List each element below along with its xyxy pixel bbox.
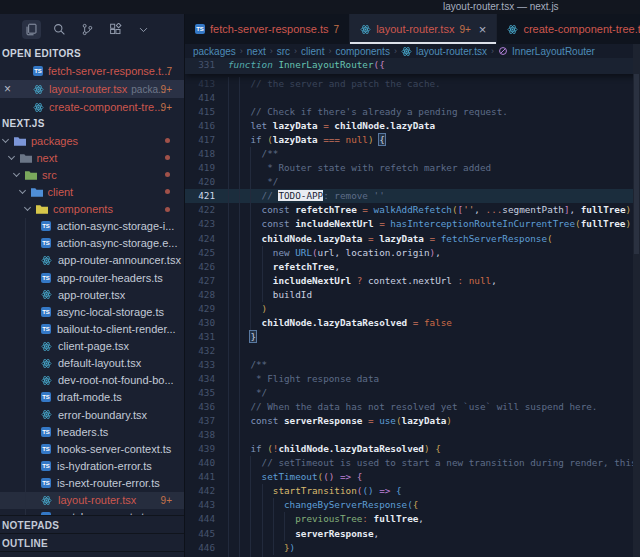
typescript-icon: TS (41, 238, 51, 248)
open-editor-label: fetch-server-response.t... (48, 65, 170, 77)
close-icon[interactable]: × (479, 22, 487, 37)
sidebar-section-notepads[interactable]: NOTEPADS (0, 515, 184, 533)
code-line-429: 429) (185, 302, 640, 316)
problems-badge: 9+ (459, 24, 470, 35)
tree-file[interactable]: TSdraft-mode.ts (0, 389, 184, 406)
tree-file[interactable]: TSheaders.ts (0, 423, 184, 440)
line-number: 445 (185, 527, 215, 541)
typescript-icon: TS (33, 66, 43, 76)
tree-indent-guide (25, 218, 26, 527)
tree-folder-client[interactable]: client (0, 183, 184, 200)
scrollbar-thumb[interactable] (634, 74, 639, 254)
breadcrumb-item[interactable]: packages (193, 46, 236, 57)
code-area[interactable]: 331function InnerLayoutRouter({ 413// th… (185, 58, 640, 557)
typescript-icon: TS (41, 444, 51, 454)
tree-file[interactable]: TShooks-server-context.ts (0, 440, 184, 457)
code-line-432: 432 (185, 344, 640, 358)
code-lines: 413// the server and patch the cache.414… (185, 74, 640, 557)
code-line-430: 430childNode.lazyDataResolved = false (185, 316, 640, 330)
code-line-423: 423const includeNextUrl = hasInterceptio… (185, 217, 640, 231)
typescript-icon: TS (41, 273, 51, 283)
open-editors-header[interactable]: OPEN EDITORS (0, 44, 184, 62)
main-layout: OPEN EDITORS TSfetch-server-response.t..… (0, 14, 640, 557)
title-bar: layout-router.tsx — next.js (0, 0, 640, 14)
tree-file[interactable]: TSasync-local-storage.ts (0, 303, 184, 320)
tree-folder-next[interactable]: next (0, 149, 184, 166)
file-label: app-router-announcer.tsx (58, 254, 181, 266)
breadcrumb-item[interactable]: components (335, 46, 389, 57)
code-line-446: 446}) (185, 541, 640, 555)
open-editor-item[interactable]: TSfetch-server-response.t...7 (0, 62, 184, 80)
line-number: 417 (185, 133, 215, 147)
tab-create-component-tree.ts[interactable]: create-component-tree.ts (497, 14, 640, 44)
tree-file[interactable]: dev-root-not-found-bo... (0, 372, 184, 389)
sidebar-bottom-sections: NOTEPADSOUTLINETIMELINE (0, 515, 184, 557)
open-editors-icon[interactable] (22, 20, 41, 39)
tree-file[interactable]: app-router.tsx (0, 286, 184, 303)
folder-icon (14, 136, 26, 146)
breadcrumb-item[interactable]: next (247, 46, 266, 57)
tree-file[interactable]: TSaction-async-storage-i... (0, 218, 184, 235)
breadcrumb-item[interactable]: client (301, 46, 324, 57)
breadcrumb-item[interactable]: src (277, 46, 290, 57)
line-number: 433 (185, 358, 215, 372)
line-number: 441 (185, 470, 215, 484)
code-line-421: 421// TODO-APP: remove '' (185, 189, 640, 203)
sidebar-section-outline[interactable]: OUTLINE (0, 533, 184, 551)
typescript-icon: TS (41, 324, 51, 334)
breadcrumb-file[interactable]: layout-router.tsx (416, 46, 487, 57)
explorer-section-header[interactable]: NEXT.JS (0, 116, 184, 132)
sidebar-section-timeline[interactable]: TIMELINE (0, 551, 184, 557)
tree-file[interactable]: client-page.tsx (0, 338, 184, 355)
react-icon (33, 102, 44, 113)
code-line-413: 413// the server and patch the cache. (185, 77, 640, 91)
tree-folder-components[interactable]: components (0, 201, 184, 218)
tree-file[interactable]: app-router-announcer.tsx (0, 252, 184, 269)
tree-file[interactable]: error-boundary.tsx (0, 406, 184, 423)
breadcrumb-separator: › (270, 46, 273, 56)
breadcrumb-symbol[interactable]: InnerLayoutRouter (512, 46, 595, 57)
open-editor-item[interactable]: ×layout-router.tsxpacka...9+ (0, 80, 184, 98)
source-control-icon[interactable] (78, 20, 97, 39)
modified-dot-badge (165, 155, 170, 160)
tab-layout-router.tsx[interactable]: layout-router.tsx9+× (350, 14, 497, 44)
line-number: 440 (185, 456, 215, 470)
problems-badge: 9+ (161, 495, 172, 506)
tree-file[interactable]: TSis-hydration-error.ts (0, 457, 184, 474)
tree-file[interactable]: default-layout.tsx (0, 355, 184, 372)
code-line-434: 434 * Flight response data (185, 372, 640, 386)
code-line-438: 438 (185, 428, 640, 442)
indent-guide (239, 344, 240, 358)
tree-file[interactable]: TSaction-async-storage.e... (0, 235, 184, 252)
line-number: 415 (185, 105, 215, 119)
tree-folder-packages[interactable]: packages (0, 132, 184, 149)
folder-label: client (48, 186, 74, 198)
tree-file[interactable]: TSis-next-router-error.ts (0, 475, 184, 492)
vertical-scrollbar[interactable] (633, 44, 640, 557)
react-icon (507, 24, 518, 35)
code-line-419: 419 * Router state with refetch marker a… (185, 161, 640, 175)
tree-file[interactable]: TSapp-router-headers.ts (0, 269, 184, 286)
search-icon[interactable] (50, 20, 69, 39)
tree-file[interactable]: TSbailout-to-client-render... (0, 320, 184, 337)
extensions-icon[interactable] (106, 20, 125, 39)
code-line-415: 415// Check if there's already a pending… (185, 105, 640, 119)
react-icon (41, 495, 52, 506)
sticky-scroll-line[interactable]: 331function InnerLayoutRouter({ (185, 58, 640, 74)
line-number: 423 (185, 217, 215, 231)
typescript-icon: TS (41, 427, 51, 437)
tree-file[interactable]: layout-router.tsx9+ (0, 492, 184, 509)
open-editor-item[interactable]: create-component-tre...9+ (0, 98, 184, 116)
window-title: layout-router.tsx — next.js (443, 1, 559, 12)
activity-bar (0, 14, 184, 44)
tab-fetch-server-response.ts[interactable]: TSfetch-server-response.ts7 (185, 14, 350, 44)
tree-folder-src[interactable]: src (0, 166, 184, 183)
chevron-down-icon[interactable] (134, 20, 153, 39)
code-line-439: 439if (!childNode.lazyDataResolved) { (185, 442, 640, 456)
line-number: 431 (185, 330, 215, 344)
code-line-444: 444previousTree: fullTree, (185, 512, 640, 526)
close-icon[interactable]: × (4, 82, 11, 96)
tab-label: fetch-server-response.ts (210, 23, 329, 35)
code-line-422: 422const refetchTree = walkAddRefetch(['… (185, 203, 640, 217)
code-line-443: 443changeByServerResponse({ (185, 498, 640, 512)
